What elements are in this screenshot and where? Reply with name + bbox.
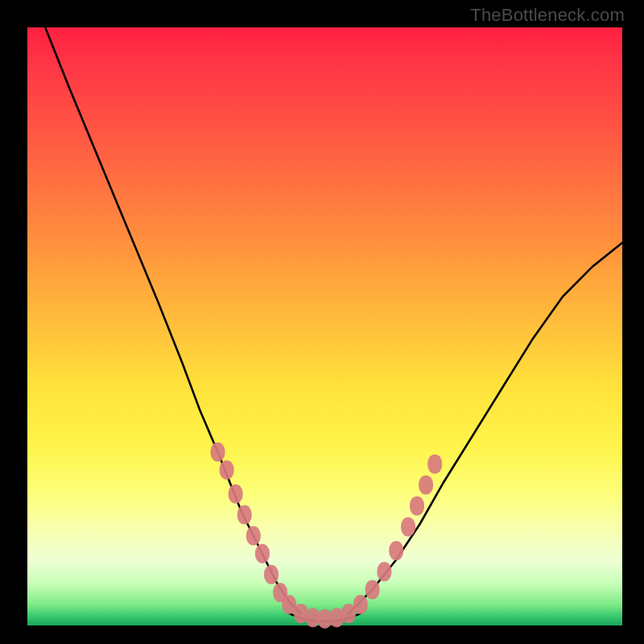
marker-dot — [410, 496, 424, 515]
bottleneck-curve — [45, 27, 622, 621]
marker-dot — [211, 443, 225, 462]
marker-dot — [237, 506, 252, 525]
marker-dot — [255, 544, 270, 564]
marker-dot — [353, 595, 368, 614]
marker-dot — [365, 580, 380, 599]
marker-dot — [419, 475, 433, 494]
marker-dot — [229, 485, 243, 504]
curve-left-branch — [45, 27, 301, 613]
marker-dot — [246, 526, 261, 546]
chart-svg — [27, 27, 622, 625]
marker-dot — [401, 517, 415, 536]
marker-dot — [264, 565, 279, 584]
marker-dot — [220, 460, 234, 480]
attribution-text: TheBottleneck.com — [470, 5, 625, 26]
marker-dot — [377, 562, 391, 581]
curve-right-branch — [349, 243, 622, 614]
chart-frame: TheBottleneck.com — [0, 0, 644, 644]
marker-group — [211, 443, 443, 629]
marker-dot — [427, 454, 442, 473]
marker-dot — [389, 541, 403, 560]
